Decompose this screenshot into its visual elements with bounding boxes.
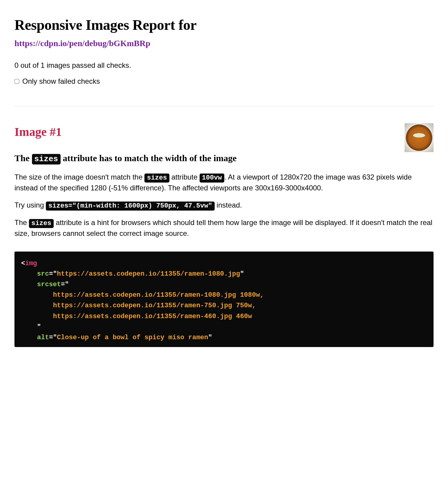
check-suggestion: Try using sizes="(min-width: 1600px) 750… [14, 200, 434, 211]
code-pill-sizes: sizes [32, 154, 61, 164]
page-title: Responsive Images Report for [14, 14, 434, 36]
code-pill-suggestion: sizes="(min-width: 1600px) 750px, 47.5vw… [46, 202, 214, 211]
report-url-link[interactable]: https://cdpn.io/pen/debug/bGKmBRp [14, 37, 150, 50]
summary-text: 0 out of 1 images passed all checks. [14, 60, 434, 71]
check-explanation: The sizes attribute is a hint for browse… [14, 218, 434, 239]
filter-checkbox[interactable] [14, 79, 19, 84]
image-heading: Image #1 [14, 123, 397, 141]
divider [14, 106, 434, 106]
filter-label[interactable]: Only show failed checks [22, 76, 100, 87]
image-thumbnail [405, 123, 434, 152]
code-block: <img src="https://assets.codepen.io/1135… [14, 252, 434, 347]
image-section: Image #1 The sizes attribute has to matc… [14, 123, 434, 172]
code-pill-value: 100vw [200, 174, 224, 183]
check-heading: The sizes attribute has to match the wid… [14, 152, 397, 165]
check-description-1: The size of the image doesn't match the … [14, 172, 434, 193]
filter-row: Only show failed checks [14, 76, 434, 87]
code-pill-sizes: sizes [144, 174, 169, 183]
code-pill-sizes: sizes [29, 219, 54, 228]
